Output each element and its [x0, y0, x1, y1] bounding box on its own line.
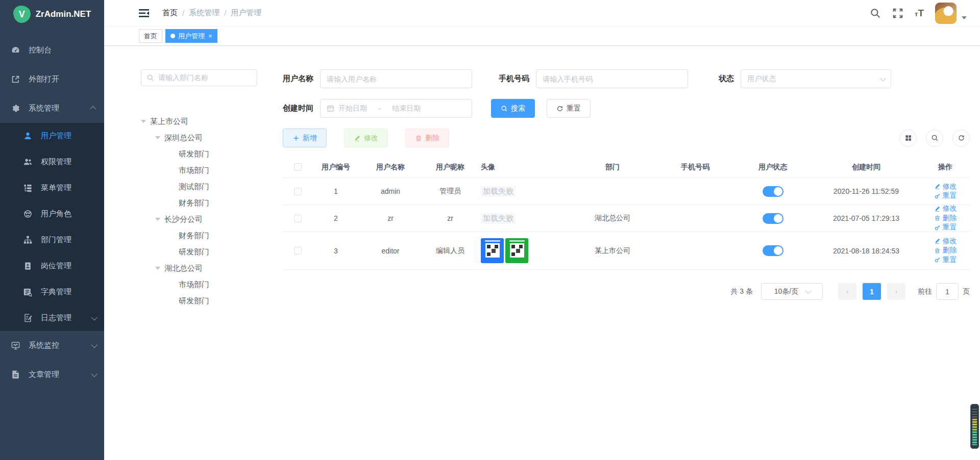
date-range-picker[interactable]: 开始日期 - 结束日期 [320, 99, 472, 118]
fullscreen-icon[interactable] [892, 8, 903, 19]
tree-node[interactable]: 市场部门 [141, 276, 257, 293]
tree-node[interactable]: 深圳总公司 [141, 130, 257, 146]
main-area: 首页 / 系统管理 / 用户管理 тT 首页 用户管理 × [104, 0, 980, 460]
row-delete-link[interactable]: 删除 [934, 246, 957, 255]
caret-down-icon[interactable] [155, 267, 160, 270]
add-button[interactable]: 新增 [283, 129, 327, 147]
sidebar-item-system[interactable]: 系统管理 [0, 94, 104, 123]
table-row: 3 editor 编辑人员 某上市公司 2021-08-18 18:24:53 [283, 232, 970, 270]
chevron-down-icon [91, 342, 98, 348]
status-toggle[interactable] [763, 186, 783, 197]
row-reset-link[interactable]: 重置 [934, 223, 957, 232]
search-icon[interactable] [870, 8, 881, 19]
tree-node[interactable]: 长沙分公司 [141, 211, 257, 227]
query-form-row-1: 用户名称 手机号码 状态 用户状态 [283, 69, 970, 88]
trash-icon [934, 215, 941, 221]
sidebar-item-user-role[interactable]: 用户角色 [0, 201, 104, 227]
navbar-actions: тT [870, 3, 967, 24]
col-header-dept: 部门 [569, 163, 656, 172]
dept-search-input[interactable]: 请输入部门名称 [141, 69, 257, 86]
tree-node[interactable]: 研发部门 [141, 146, 257, 162]
tree-node[interactable]: 市场部门 [141, 162, 257, 178]
row-checkbox[interactable] [294, 188, 302, 195]
prev-page-button[interactable]: ‹ [838, 283, 856, 300]
tab-user-management[interactable]: 用户管理 × [165, 29, 217, 43]
caret-down-icon[interactable] [155, 218, 160, 221]
sidebar-item-monitor[interactable]: 系统监控 [0, 331, 104, 360]
qr-code-green [505, 238, 528, 263]
next-page-button[interactable]: › [887, 283, 905, 300]
chevron-down-icon [91, 371, 98, 377]
tree-node[interactable]: 某上市公司 [141, 113, 257, 130]
row-checkbox[interactable] [294, 215, 302, 222]
sidebar-item-label: 岗位管理 [41, 261, 71, 271]
sidebar-item-menu-management[interactable]: 菜单管理 [0, 175, 104, 201]
show-search-icon[interactable] [926, 130, 943, 147]
row-edit-link[interactable]: 修改 [934, 182, 957, 191]
sidebar-item-permission[interactable]: 权限管理 [0, 149, 104, 175]
sidebar-item-dashboard[interactable]: 控制台 [0, 36, 104, 65]
reset-button[interactable]: 重置 [547, 99, 591, 118]
row-delete-link[interactable]: 删除 [934, 214, 957, 223]
row-checkbox[interactable] [294, 247, 302, 254]
sidebar-item-article[interactable]: 文章管理 [0, 360, 104, 389]
key-icon [934, 193, 941, 199]
calendar-icon [327, 105, 334, 112]
logo-icon: V [13, 6, 31, 23]
avatar-dropdown-caret-icon[interactable] [962, 16, 967, 19]
tree-node[interactable]: 财务部门 [141, 227, 257, 244]
breadcrumb-home[interactable]: 首页 [162, 8, 178, 18]
breadcrumb-current: 用户管理 [231, 8, 261, 18]
sidebar-fold-icon[interactable] [139, 9, 149, 18]
status-toggle[interactable] [763, 213, 783, 224]
refresh-icon[interactable] [952, 130, 970, 147]
sidebar-item-external[interactable]: 外部打开 [0, 65, 104, 94]
username-input[interactable] [327, 75, 465, 83]
status-toggle[interactable] [763, 245, 783, 256]
row-edit-link[interactable]: 修改 [934, 237, 957, 246]
sidebar-item-user-management[interactable]: 用户管理 [0, 123, 104, 149]
status-select[interactable]: 用户状态 [741, 69, 891, 88]
tree-node[interactable]: 研发部门 [141, 293, 257, 309]
page-size-select[interactable]: 10条/页 [761, 283, 823, 300]
sidebar-item-post[interactable]: 岗位管理 [0, 253, 104, 279]
table-header-row: 用户编号 用户名称 用户昵称 头像 部门 手机号码 用户状态 创建时间 操作 [283, 157, 970, 178]
row-reset-link[interactable]: 重置 [934, 255, 957, 265]
columns-grid-icon[interactable] [899, 130, 917, 147]
edit-pencil-icon [934, 206, 941, 212]
scrollbar-indicator[interactable] [970, 404, 979, 449]
edit-button[interactable]: 修改 [344, 129, 388, 147]
col-header-username: 用户名称 [359, 163, 422, 172]
avatar[interactable] [935, 3, 957, 24]
caret-down-icon[interactable] [155, 136, 160, 139]
tab-home[interactable]: 首页 [139, 29, 162, 43]
tab-close-icon[interactable]: × [208, 33, 212, 39]
query-form-row-2: 创建时间 开始日期 - 结束日期 搜索 重置 [283, 99, 970, 118]
font-size-icon[interactable]: тT [915, 8, 924, 19]
tree-node[interactable]: 测试部门 [141, 178, 257, 195]
delete-button[interactable]: 删除 [405, 129, 449, 147]
select-all-checkbox[interactable] [294, 163, 302, 171]
tree-node[interactable]: 湖北总公司 [141, 260, 257, 276]
status-label: 状态 [719, 74, 734, 84]
page-number-1[interactable]: 1 [863, 283, 881, 300]
row-edit-link[interactable]: 修改 [934, 204, 957, 213]
sidebar-item-dictionary[interactable]: 字典管理 [0, 279, 104, 305]
search-button[interactable]: 搜索 [491, 99, 535, 118]
gear-icon [11, 104, 20, 113]
sidebar-item-label: 系统监控 [29, 341, 59, 350]
tree-node[interactable]: 研发部门 [141, 244, 257, 260]
external-link-icon [11, 74, 20, 84]
sidebar-item-dept[interactable]: 部门管理 [0, 227, 104, 253]
col-header-operation: 操作 [921, 163, 970, 172]
phone-input[interactable] [543, 75, 681, 83]
page-content: 请输入部门名称 某上市公司 深圳总公司 研发部门 市场部门 测试部门 财务部门 … [104, 46, 980, 460]
row-reset-link[interactable]: 重置 [934, 191, 957, 200]
app-logo[interactable]: V ZrAdmin.NET [0, 0, 104, 29]
caret-down-icon[interactable] [141, 120, 146, 123]
goto-page-input[interactable] [936, 283, 959, 300]
sidebar-item-log[interactable]: 日志管理 [0, 305, 104, 331]
sidebar-item-label: 部门管理 [41, 235, 71, 245]
tree-node[interactable]: 财务部门 [141, 195, 257, 211]
avatar-load-failed: 加载失败 [481, 213, 516, 224]
